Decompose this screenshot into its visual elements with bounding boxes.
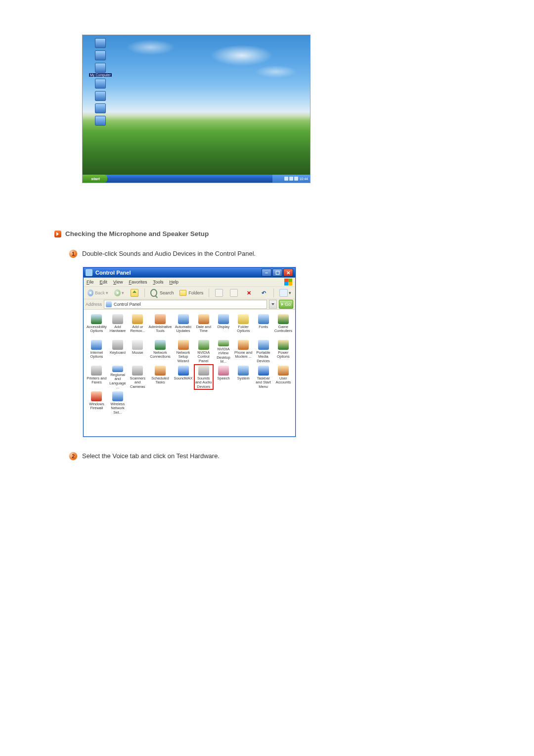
desktop-icon[interactable]: [86, 103, 115, 114]
cp-item-sounds-and-audio-devices[interactable]: Sounds and Audio Devices: [194, 364, 214, 390]
cp-item-accessibility-options[interactable]: Accessibility Options: [86, 313, 108, 338]
cp-item-label: Add Hardware: [109, 325, 127, 333]
cp-item-windows-firewall[interactable]: Windows Firewall: [86, 390, 108, 416]
start-button[interactable]: start: [83, 175, 107, 183]
cp-item-label: Wireless Network Set...: [109, 402, 127, 415]
menu-favorites[interactable]: Favorites: [129, 280, 147, 284]
toolbar: Back ▾ ▾ Search Folders ✕ ↶: [84, 287, 295, 299]
cp-item-administrative-tools[interactable]: Administrative Tools: [147, 313, 173, 338]
desktop-icon-label: My Computer: [89, 73, 112, 77]
titlebar[interactable]: Control Panel – ☐ ✕: [84, 268, 295, 278]
cp-item-add-or-remov[interactable]: Add or Remov...: [128, 313, 147, 338]
system-tray: 10:44: [272, 175, 310, 183]
cp-item-printers-and-faxes[interactable]: Printers and Faxes: [86, 364, 108, 390]
cp-item-network-setup-wizard[interactable]: Network Setup Wizard: [173, 338, 194, 364]
cp-item-soundmax[interactable]: SoundMAX: [173, 364, 194, 390]
cp-item-label: Network Connections: [148, 351, 172, 359]
tray-icon: [289, 177, 293, 181]
undo-button[interactable]: ↶: [257, 288, 270, 297]
automatic-updates-icon: [178, 314, 189, 324]
cp-item-user-accounts[interactable]: User Accounts: [273, 364, 293, 390]
control-panel-icon: [86, 269, 92, 276]
game-controllers-icon: [278, 314, 289, 324]
menu-file[interactable]: File: [87, 280, 94, 284]
cp-item-mouse[interactable]: Mouse: [128, 338, 147, 364]
administrative-tools-icon: [155, 314, 166, 324]
cp-item-fonts[interactable]: Fonts: [253, 313, 273, 338]
cp-item-automatic-updates[interactable]: Automatic Updates: [173, 313, 194, 338]
cp-item-regional-and-language[interactable]: Regional and Language ...: [108, 364, 128, 390]
xp-desktop-screenshot: My Computer start 10:44: [82, 35, 311, 183]
regional-and-language-icon: [112, 366, 123, 372]
copy-to-button[interactable]: [227, 288, 240, 297]
keyboard-icon: [112, 340, 123, 350]
cp-item-network-connections[interactable]: Network Connections: [147, 338, 173, 364]
step-1: 1 Double-click Sounds and Audio Devices …: [69, 249, 480, 258]
menu-tools[interactable]: Tools: [153, 280, 163, 284]
menu-view[interactable]: View: [113, 280, 123, 284]
views-button[interactable]: ▾: [277, 288, 293, 297]
toolbar-separator: [209, 288, 209, 297]
cp-item-label: Folder Options: [234, 325, 252, 333]
cp-item-game-controllers[interactable]: Game Controllers: [273, 313, 293, 338]
cp-item-scheduled-tasks[interactable]: Scheduled Tasks: [147, 364, 173, 390]
cp-item-label: Printers and Faxes: [87, 377, 107, 385]
search-icon: [150, 289, 157, 297]
minimize-button[interactable]: –: [262, 269, 271, 277]
cp-item-folder-options[interactable]: Folder Options: [233, 313, 253, 338]
system-icon: [238, 366, 249, 376]
phone-and-modem-icon: [238, 340, 249, 350]
address-value: Control Panel: [114, 302, 141, 307]
delete-button[interactable]: ✕: [242, 288, 255, 297]
cp-item-label: Scanners and Cameras: [129, 377, 146, 389]
cp-item-keyboard[interactable]: Keyboard: [108, 338, 128, 364]
control-panel-items-grid: Accessibility OptionsAdd HardwareAdd or …: [84, 310, 295, 436]
network-setup-wizard-icon: [178, 340, 189, 350]
cp-item-add-hardware[interactable]: Add Hardware: [108, 313, 128, 338]
cp-item-internet-options[interactable]: Internet Options: [86, 338, 108, 364]
address-field[interactable]: Control Panel: [104, 300, 267, 309]
cp-item-taskbar-and-start-menu[interactable]: Taskbar and Start Menu: [253, 364, 273, 390]
cp-item-label: Mouse: [132, 351, 143, 355]
toolbar-separator: [144, 288, 145, 297]
desktop-icon[interactable]: [86, 38, 115, 48]
desktop-icon[interactable]: [86, 91, 115, 101]
user-accounts-icon: [278, 366, 289, 376]
step-number-badge: 2: [69, 452, 77, 460]
desktop-icon[interactable]: My Computer: [86, 63, 115, 77]
cp-item-display[interactable]: Display: [214, 313, 233, 338]
cp-item-wireless-network-set[interactable]: Wireless Network Set...: [108, 390, 128, 416]
cp-item-nvidia-control-panel[interactable]: NVIDIA Control Panel: [194, 338, 214, 364]
menu-help[interactable]: Help: [169, 280, 178, 284]
close-button[interactable]: ✕: [283, 269, 293, 277]
nav-back-button[interactable]: Back ▾: [86, 288, 110, 297]
cp-item-power-options[interactable]: Power Options: [273, 338, 293, 364]
cp-item-system[interactable]: System: [233, 364, 253, 390]
menu-edit[interactable]: Edit: [100, 280, 108, 284]
cp-item-portable-media-devices[interactable]: Portable Media Devices: [253, 338, 273, 364]
go-button[interactable]: Go: [279, 300, 293, 309]
cp-item-speech[interactable]: Speech: [214, 364, 233, 390]
nav-up-button[interactable]: [128, 288, 141, 297]
maximize-button[interactable]: ☐: [272, 269, 282, 277]
undo-icon: ↶: [262, 290, 266, 296]
forward-arrow-icon: [114, 289, 121, 296]
folders-button[interactable]: Folders: [178, 288, 205, 297]
cp-item-date-and-time[interactable]: Date and Time: [194, 313, 214, 338]
desktop-icon[interactable]: [86, 79, 115, 89]
cp-item-scanners-and-cameras[interactable]: Scanners and Cameras: [128, 364, 147, 390]
cp-item-nvidia-nview-desktop-m[interactable]: NVIDIA nView Desktop M...: [214, 338, 233, 364]
cp-item-phone-and-modem[interactable]: Phone and Modem ...: [233, 338, 253, 364]
search-button[interactable]: Search: [148, 288, 176, 297]
nav-forward-button[interactable]: ▾: [112, 288, 126, 297]
power-options-icon: [278, 340, 289, 350]
nvidia-nview-desktop-m-icon: [218, 340, 229, 346]
desktop-icon[interactable]: [86, 50, 115, 61]
step-text: Double-click Sounds and Audio Devices in…: [82, 249, 256, 258]
address-dropdown-button[interactable]: [269, 300, 277, 309]
tray-icon: [294, 177, 298, 181]
desktop-icon[interactable]: [86, 116, 115, 126]
address-bar: Address Control Panel Go: [84, 299, 295, 310]
cp-item-label: Power Options: [274, 351, 292, 359]
move-to-button[interactable]: [213, 288, 225, 297]
